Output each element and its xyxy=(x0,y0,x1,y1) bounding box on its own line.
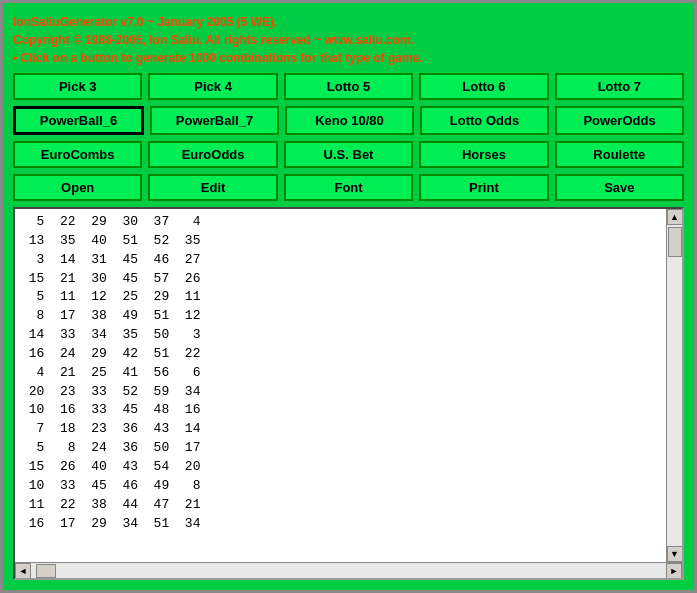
pick4-button[interactable]: Pick 4 xyxy=(148,73,277,100)
edit-button[interactable]: Edit xyxy=(148,174,277,201)
horizontal-scrollbar[interactable]: ◄ ► xyxy=(15,562,682,578)
scroll-down-button[interactable]: ▼ xyxy=(667,546,683,562)
main-window: IonSaliuGenerator v7.0 ~ January 2005 (5… xyxy=(0,0,697,593)
euro-odds-button[interactable]: EuroOdds xyxy=(148,141,277,168)
hscroll-track[interactable] xyxy=(31,563,666,578)
horses-button[interactable]: Horses xyxy=(419,141,548,168)
euro-combs-button[interactable]: EuroCombs xyxy=(13,141,142,168)
scroll-left-button[interactable]: ◄ xyxy=(15,563,31,579)
lotto7-button[interactable]: Lotto 7 xyxy=(555,73,684,100)
output-wrapper: 5 22 29 30 37 4 13 35 40 51 52 35 3 14 3… xyxy=(13,207,684,580)
scroll-right-button[interactable]: ► xyxy=(666,563,682,579)
scroll-up-button[interactable]: ▲ xyxy=(667,209,683,225)
lotto-odds-button[interactable]: Lotto Odds xyxy=(420,106,549,135)
button-row-4: OpenEditFontPrintSave xyxy=(13,174,684,201)
scroll-track[interactable] xyxy=(667,225,682,546)
button-row-2: PowerBall_6PowerBall_7Keno 10/80Lotto Od… xyxy=(13,106,684,135)
powerball7-button[interactable]: PowerBall_7 xyxy=(150,106,279,135)
vertical-scrollbar[interactable]: ▲ ▼ xyxy=(666,209,682,562)
button-row-3: EuroCombsEuroOddsU.S. BetHorsesRoulette xyxy=(13,141,684,168)
output-inner: 5 22 29 30 37 4 13 35 40 51 52 35 3 14 3… xyxy=(15,209,682,562)
us-bet-button[interactable]: U.S. Bet xyxy=(284,141,413,168)
powerball6-button[interactable]: PowerBall_6 xyxy=(13,106,144,135)
header-text: IonSaliuGenerator v7.0 ~ January 2005 (5… xyxy=(13,13,684,67)
scroll-thumb[interactable] xyxy=(668,227,682,257)
lotto6-button[interactable]: Lotto 6 xyxy=(419,73,548,100)
open-button[interactable]: Open xyxy=(13,174,142,201)
roulette-button[interactable]: Roulette xyxy=(555,141,684,168)
print-button[interactable]: Print xyxy=(419,174,548,201)
power-odds-button[interactable]: PowerOdds xyxy=(555,106,684,135)
font-button[interactable]: Font xyxy=(284,174,413,201)
lotto5-button[interactable]: Lotto 5 xyxy=(284,73,413,100)
save-button[interactable]: Save xyxy=(555,174,684,201)
output-text: 5 22 29 30 37 4 13 35 40 51 52 35 3 14 3… xyxy=(15,209,666,562)
button-row-1: Pick 3Pick 4Lotto 5Lotto 6Lotto 7 xyxy=(13,73,684,100)
header-line2: Copyright © 1988-2005, Ion Saliu. All ri… xyxy=(13,31,684,49)
header-line3: • Click on a button to generate 1000 com… xyxy=(13,49,684,67)
pick3-button[interactable]: Pick 3 xyxy=(13,73,142,100)
header-line1: IonSaliuGenerator v7.0 ~ January 2005 (5… xyxy=(13,13,684,31)
hscroll-thumb[interactable] xyxy=(36,564,56,578)
keno-button[interactable]: Keno 10/80 xyxy=(285,106,414,135)
